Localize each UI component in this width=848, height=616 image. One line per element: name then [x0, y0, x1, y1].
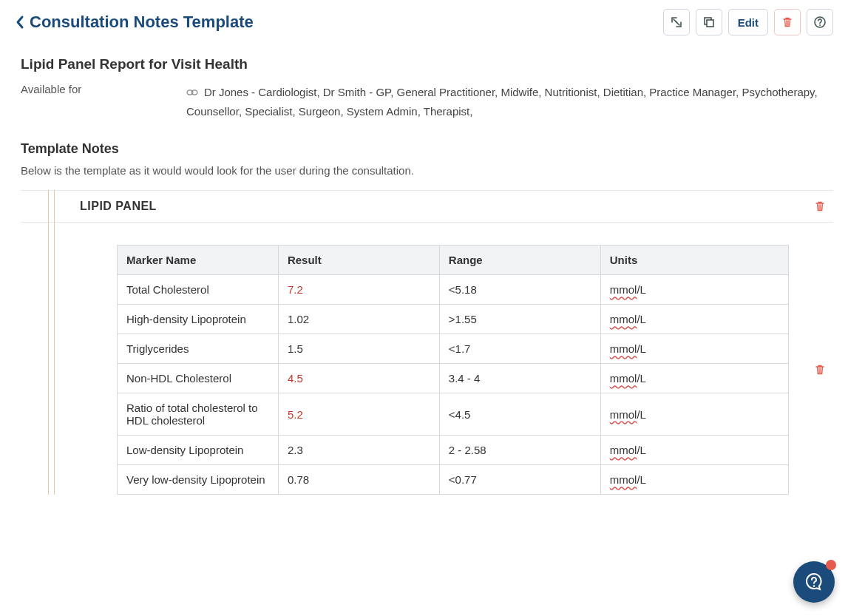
results-table-wrap: Marker Name Result Range Units Total Cho… [117, 245, 789, 495]
svg-point-5 [191, 90, 197, 95]
template-canvas: LIPID PANEL Marker Name Result Range Uni… [21, 190, 833, 495]
cell-range: >1.55 [439, 305, 600, 334]
cell-marker: Low-density Lipoprotein [118, 436, 279, 465]
cell-marker: Non-HDL Cholesterol [118, 364, 279, 393]
page-title[interactable]: Consultation Notes Template [30, 13, 254, 32]
trash-icon [814, 200, 826, 212]
cell-units: mmol/L [600, 364, 788, 393]
vertical-rule [48, 190, 49, 495]
cell-result: 7.2 [278, 275, 439, 305]
cell-units: mmol/L [600, 334, 788, 364]
available-for-row: Available for Dr Jones - Cardiologist, D… [21, 83, 833, 121]
cell-range: 3.4 - 4 [439, 364, 600, 393]
delete-table-button[interactable] [814, 364, 826, 376]
delete-panel-button[interactable] [814, 200, 826, 212]
cell-result: 1.5 [278, 334, 439, 364]
table-row: Total Cholesterol7.2<5.18mmol/L [118, 275, 789, 305]
cell-units: mmol/L [600, 465, 788, 495]
available-for-value: Dr Jones - Cardiologist, Dr Smith - GP, … [186, 86, 818, 118]
col-units: Units [600, 246, 788, 275]
col-range: Range [439, 246, 600, 275]
table-row: Low-density Lipoprotein2.32 - 2.58mmol/L [118, 436, 789, 465]
chat-help-fab[interactable] [793, 561, 835, 603]
cell-range: <0.77 [439, 465, 600, 495]
results-table: Marker Name Result Range Units Total Cho… [117, 245, 789, 495]
table-row: High-density Lipoprotein1.02>1.55mmol/L [118, 305, 789, 334]
table-row: Non-HDL Cholesterol4.53.4 - 4mmol/L [118, 364, 789, 393]
cell-range: 2 - 2.58 [439, 436, 600, 465]
notification-dot-icon [826, 560, 836, 570]
copy-icon [702, 16, 716, 29]
panel-header: LIPID PANEL [21, 190, 833, 223]
chat-help-icon [804, 572, 824, 592]
template-notes-heading: Template Notes [21, 141, 833, 157]
cell-result: 1.02 [278, 305, 439, 334]
col-marker: Marker Name [118, 246, 279, 275]
cell-result: 5.2 [278, 393, 439, 436]
edit-button[interactable]: Edit [728, 9, 768, 35]
cell-units: mmol/L [600, 275, 788, 305]
cell-marker: Ratio of total cholesterol to HDL choles… [118, 393, 279, 436]
cell-marker: Very low-density Lipoprotein [118, 465, 279, 495]
trash-icon [814, 364, 826, 376]
template-notes-desc: Below is the template as it would would … [21, 164, 833, 177]
help-icon [813, 16, 827, 29]
cell-units: mmol/L [600, 436, 788, 465]
table-row: Very low-density Lipoprotein0.78<0.77mmo… [118, 465, 789, 495]
expand-button[interactable] [663, 9, 690, 35]
header-bar: Consultation Notes Template Edit [15, 9, 833, 35]
report-title: Lipid Panel Report for Visit Health [21, 56, 833, 72]
link-icon [186, 87, 201, 98]
cell-result: 4.5 [278, 364, 439, 393]
table-row: Triglycerides1.5<1.7mmol/L [118, 334, 789, 364]
cell-marker: Total Cholesterol [118, 275, 279, 305]
vertical-rule [54, 190, 55, 495]
cell-range: <1.7 [439, 334, 600, 364]
cell-range: <5.18 [439, 275, 600, 305]
svg-point-6 [813, 585, 815, 587]
table-row: Ratio of total cholesterol to HDL choles… [118, 393, 789, 436]
cell-result: 0.78 [278, 465, 439, 495]
cell-marker: High-density Lipoprotein [118, 305, 279, 334]
cell-result: 2.3 [278, 436, 439, 465]
table-header-row: Marker Name Result Range Units [118, 246, 789, 275]
help-button[interactable] [807, 9, 833, 35]
back-chevron-icon[interactable] [15, 15, 25, 30]
expand-icon [670, 16, 683, 29]
svg-point-3 [819, 24, 821, 26]
trash-icon [781, 16, 793, 28]
svg-rect-1 [707, 20, 713, 27]
available-for-label: Available for [21, 83, 186, 121]
delete-template-button[interactable] [774, 9, 801, 35]
col-result: Result [278, 246, 439, 275]
cell-units: mmol/L [600, 393, 788, 436]
cell-marker: Triglycerides [118, 334, 279, 364]
duplicate-button[interactable] [696, 9, 722, 35]
panel-label: LIPID PANEL [80, 200, 157, 213]
cell-range: <4.5 [439, 393, 600, 436]
cell-units: mmol/L [600, 305, 788, 334]
